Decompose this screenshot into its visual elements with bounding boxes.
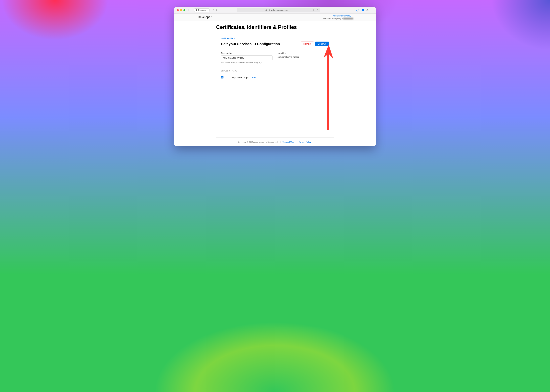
back-button[interactable] (212, 9, 214, 11)
capability-name: Sign In with Apple (232, 76, 249, 79)
share-icon[interactable] (366, 9, 369, 12)
profile-label: Personal (198, 9, 206, 11)
chevron-down-icon (352, 15, 353, 16)
developer-brand[interactable]: Developer (197, 15, 212, 19)
profile-selector[interactable]: Personal (194, 8, 210, 12)
forward-button[interactable] (216, 9, 218, 11)
page-content: Developer Vladislav Smolyanoy Vladislav … (174, 14, 376, 146)
edit-capability-button[interactable]: Edit (249, 76, 259, 79)
all-identifiers-link[interactable]: ‹ All Identifiers (221, 37, 235, 40)
identifier-value: com.smallwhite-media (277, 56, 329, 58)
account-menu[interactable]: Vladislav Smolyanoy (323, 15, 353, 17)
browser-toolbar: Personal developer.apple.com (174, 7, 376, 14)
close-window-button[interactable] (177, 9, 179, 11)
extension-icon[interactable] (361, 9, 364, 11)
maximize-window-button[interactable] (183, 9, 185, 11)
svg-point-2 (196, 9, 197, 10)
reload-icon[interactable] (317, 9, 318, 11)
remove-button[interactable]: Remove (301, 42, 314, 46)
safari-window: Personal developer.apple.com (174, 7, 376, 146)
col-enabled-header: ENABLED (221, 70, 232, 72)
sidebar-toggle-button[interactable] (187, 8, 192, 12)
navigation-arrows (212, 9, 218, 11)
svg-point-6 (356, 9, 359, 11)
page-footer: Copyright © 2024 Apple Inc. All rights r… (216, 138, 334, 146)
address-text: developer.apple.com (269, 9, 288, 11)
sign-in-with-apple-checkbox[interactable] (221, 76, 224, 78)
svg-point-8 (362, 10, 363, 10)
lock-icon (265, 9, 267, 11)
reader-icon[interactable] (312, 9, 315, 11)
svg-rect-3 (266, 10, 267, 11)
downloads-icon[interactable] (356, 9, 359, 12)
minimize-window-button[interactable] (180, 9, 182, 11)
description-label: Description (221, 52, 273, 54)
privacy-link[interactable]: Privacy Policy (299, 141, 311, 143)
col-name-header: NAME (232, 70, 249, 72)
section-title: Edit your Services ID Configuration (221, 42, 280, 46)
capabilities-table: ENABLED NAME Sign In with Apple Edit (221, 69, 329, 82)
team-id-blurred (343, 18, 353, 20)
new-tab-icon[interactable] (371, 9, 373, 11)
person-icon (196, 9, 197, 11)
team-label: Vladislav Smolyanoy - (323, 17, 353, 20)
description-input[interactable] (221, 55, 273, 60)
developer-header: Developer Vladislav Smolyanoy Vladislav … (174, 14, 376, 21)
svg-rect-4 (312, 9, 314, 11)
address-bar[interactable]: developer.apple.com (237, 8, 320, 12)
brand-text: Developer (198, 15, 212, 19)
svg-rect-5 (314, 9, 315, 11)
terms-link[interactable]: Terms of Use (282, 141, 294, 143)
svg-rect-0 (188, 9, 191, 11)
identifier-label: Identifier (277, 52, 329, 54)
continue-button[interactable]: Continue (315, 42, 329, 46)
chevron-down-icon (207, 10, 208, 10)
description-hint: You cannot use special characters such a… (221, 62, 273, 63)
page-title: Certificates, Identifiers & Profiles (216, 21, 334, 32)
copyright-text: Copyright © 2024 Apple Inc. All rights r… (238, 141, 278, 143)
capability-row: Sign In with Apple Edit (221, 73, 329, 82)
window-controls (177, 9, 185, 11)
